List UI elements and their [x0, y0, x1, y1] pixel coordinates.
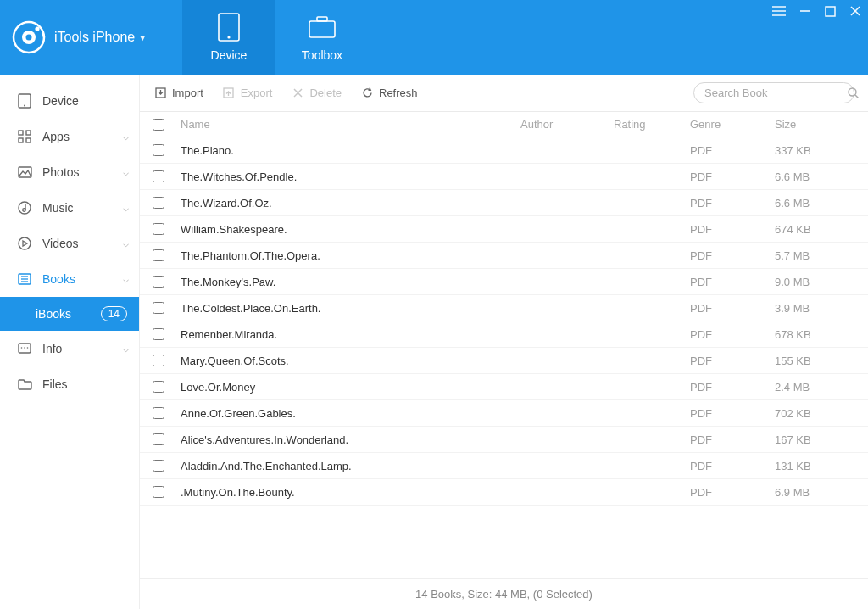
maximize-icon[interactable]	[825, 6, 836, 17]
sidebar-item-books[interactable]: Books ⌵	[0, 261, 139, 297]
table-row[interactable]: The.Witches.Of.Pendle.PDF6.6 MB	[140, 164, 868, 190]
import-button[interactable]: Import	[153, 87, 203, 100]
window-controls	[772, 5, 861, 17]
apps-icon	[17, 129, 32, 144]
cell-name: The.Monkey's.Paw.	[177, 276, 520, 288]
status-bar: 14 Books, Size: 44 MB, (0 Selected)	[140, 578, 868, 609]
cell-size: 131 KB	[775, 460, 868, 472]
sidebar-item-info[interactable]: Info ⌵	[0, 331, 139, 366]
chevron-down-icon: ⌵	[123, 131, 129, 142]
refresh-button[interactable]: Refresh	[360, 87, 418, 100]
row-checkbox[interactable]	[153, 144, 164, 156]
sidebar-item-label: Music	[42, 201, 74, 215]
sidebar-subitem-ibooks[interactable]: iBooks 14	[0, 297, 139, 331]
tab-device-label: Device	[211, 48, 248, 62]
column-name[interactable]: Name	[177, 118, 520, 131]
svg-rect-21	[19, 167, 31, 177]
chevron-down-icon: ⌵	[123, 202, 129, 214]
close-icon[interactable]	[849, 5, 861, 17]
search-box[interactable]	[693, 82, 854, 103]
svg-rect-20	[26, 138, 31, 142]
sidebar-item-files[interactable]: Files	[0, 366, 139, 402]
svg-rect-6	[309, 21, 335, 37]
sidebar-item-device[interactable]: Device	[0, 83, 139, 119]
search-input[interactable]	[704, 87, 847, 99]
cell-genre: PDF	[690, 433, 775, 446]
table-row[interactable]: The.Coldest.Place.On.Earth.PDF3.9 MB	[140, 295, 868, 321]
row-checkbox[interactable]	[153, 249, 164, 261]
column-author[interactable]: Author	[520, 118, 614, 131]
table-row[interactable]: Remenber.Miranda.PDF678 KB	[140, 321, 868, 348]
row-checkbox[interactable]	[153, 460, 164, 472]
table-row[interactable]: Anne.Of.Green.Gables.PDF702 KB	[140, 400, 868, 427]
delete-label: Delete	[309, 87, 342, 99]
table-row[interactable]: Aladdin.And.The.Enchanted.Lamp.PDF131 KB	[140, 453, 868, 479]
cell-genre: PDF	[690, 223, 775, 236]
cell-size: 155 KB	[775, 355, 868, 367]
svg-point-23	[23, 209, 26, 212]
row-checkbox[interactable]	[153, 276, 164, 288]
svg-rect-17	[19, 131, 23, 135]
row-checkbox[interactable]	[153, 223, 164, 235]
sidebar-item-videos[interactable]: Videos ⌵	[0, 226, 139, 261]
cell-size: 5.7 MB	[775, 249, 868, 262]
table-row[interactable]: Love.Or.MoneyPDF2.4 MB	[140, 374, 868, 400]
header-tabs: Device Toolbox	[182, 0, 369, 75]
table-row[interactable]: .Mutiny.On.The.Bounty.PDF6.9 MB	[140, 479, 868, 506]
row-checkbox[interactable]	[153, 433, 164, 445]
app-title: iTools iPhone	[54, 30, 135, 45]
count-badge: 14	[101, 306, 127, 321]
row-checkbox[interactable]	[153, 302, 164, 314]
row-checkbox[interactable]	[153, 407, 164, 419]
row-checkbox[interactable]	[153, 170, 164, 182]
row-checkbox[interactable]	[153, 486, 164, 498]
cell-name: Love.Or.Money	[177, 381, 520, 394]
cell-genre: PDF	[690, 249, 775, 262]
sidebar-item-apps[interactable]: Apps ⌵	[0, 119, 139, 154]
photos-icon	[17, 165, 32, 180]
sidebar-item-photos[interactable]: Photos ⌵	[0, 154, 139, 190]
svg-point-5	[227, 36, 230, 38]
table-row[interactable]: William.Shakespeare.PDF674 KB	[140, 216, 868, 243]
delete-button[interactable]: Delete	[291, 87, 342, 100]
svg-point-2	[26, 35, 32, 41]
cell-name: Alice's.Adventures.In.Wonderland.	[177, 433, 520, 446]
music-icon	[17, 200, 32, 215]
chevron-down-icon: ⌵	[123, 273, 129, 285]
tab-toolbox[interactable]: Toolbox	[275, 0, 369, 75]
cell-size: 9.0 MB	[775, 276, 868, 288]
cell-genre: PDF	[690, 144, 775, 157]
sidebar-item-music[interactable]: Music ⌵	[0, 190, 139, 226]
cell-genre: PDF	[690, 460, 775, 472]
select-all-checkbox[interactable]	[153, 119, 164, 131]
table-row[interactable]: The.Phantom.Of.The.Opera.PDF5.7 MB	[140, 243, 868, 269]
column-size[interactable]: Size	[775, 118, 868, 131]
cell-size: 167 KB	[775, 433, 868, 446]
table-row[interactable]: The.Monkey's.Paw.PDF9.0 MB	[140, 269, 868, 295]
tab-toolbox-label: Toolbox	[302, 48, 342, 62]
export-label: Export	[241, 87, 273, 99]
row-checkbox[interactable]	[153, 197, 164, 209]
row-checkbox[interactable]	[153, 355, 164, 366]
cell-genre: PDF	[690, 170, 775, 183]
column-rating[interactable]: Rating	[614, 118, 690, 131]
table-row[interactable]: Alice's.Adventures.In.Wonderland.PDF167 …	[140, 427, 868, 453]
row-checkbox[interactable]	[153, 381, 164, 393]
table-row[interactable]: Mary.Queen.Of.Scots.PDF155 KB	[140, 348, 868, 374]
table-row[interactable]: The.Wizard.Of.Oz.PDF6.6 MB	[140, 190, 868, 216]
refresh-label: Refresh	[379, 87, 418, 99]
main-area: Device Apps ⌵ Photos ⌵ Music ⌵ Videos ⌵ …	[0, 75, 868, 609]
tab-device[interactable]: Device	[182, 0, 275, 75]
status-text: 14 Books, Size: 44 MB, (0 Selected)	[415, 588, 593, 601]
cell-name: William.Shakespeare.	[177, 223, 520, 236]
books-icon	[17, 271, 32, 287]
table-row[interactable]: The.Piano.PDF337 KB	[140, 137, 868, 164]
svg-rect-12	[826, 7, 835, 16]
minimize-icon[interactable]	[799, 5, 811, 17]
cell-name: Remenber.Miranda.	[177, 328, 520, 341]
app-logo-area[interactable]: iTools iPhone ▼	[0, 0, 182, 75]
menu-icon[interactable]	[772, 6, 786, 16]
column-genre[interactable]: Genre	[690, 118, 775, 131]
row-checkbox[interactable]	[153, 328, 164, 340]
export-button[interactable]: Export	[222, 87, 273, 100]
